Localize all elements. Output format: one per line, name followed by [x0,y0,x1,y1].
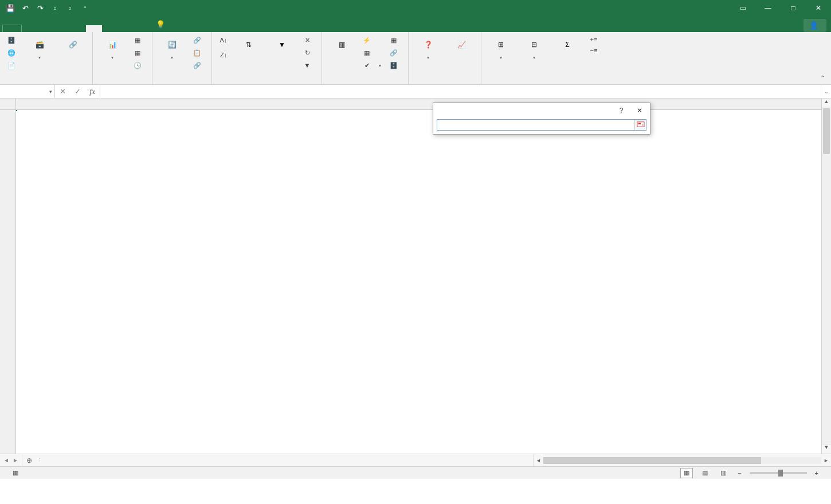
column-headers [16,99,821,110]
tell-me-search[interactable]: 💡 [150,17,174,32]
qat-customize-icon[interactable]: ⁼ [78,1,92,15]
show-queries-button[interactable]: ▦ [131,34,147,46]
edit-links-button[interactable]: 🔗 [190,60,207,71]
new-query-button[interactable]: 📊▾ [97,34,127,61]
sheet-first-icon[interactable]: ◄ [3,457,9,463]
tab-insert[interactable] [38,25,54,32]
from-table-button[interactable]: ▦ [131,47,147,58]
tab-home[interactable] [22,25,38,32]
expand-formula-bar-icon[interactable]: ⌄ [821,85,831,98]
properties-button[interactable]: 📋 [190,47,207,58]
show-detail-button[interactable]: +≡ [588,34,599,45]
zoom-in-icon[interactable]: + [813,470,821,477]
tab-data[interactable] [86,25,102,32]
scroll-down-icon[interactable]: ▼ [822,444,831,454]
web-icon: 🌐 [7,48,16,57]
vscroll-thumb[interactable] [823,108,830,154]
clear-button[interactable]: ✕ [300,34,317,46]
spreadsheet-grid: ▲ ▼ [0,99,831,454]
existing-connections-button[interactable]: 🔗 [58,34,88,56]
refresh-icon: 🔄 [163,36,181,54]
status-bar: ▦ ▦ ▤ ▥ − + [0,466,831,479]
tab-acrobat[interactable] [134,25,150,32]
text-to-columns-button[interactable]: ▥ [327,34,356,56]
tab-split-handle[interactable]: ⋮ [36,454,44,466]
reapply-button[interactable]: ↻ [300,47,317,58]
advanced-button[interactable]: ▼ [300,60,317,71]
collapse-ribbon-icon[interactable]: ⌃ [817,73,829,83]
share-button[interactable]: 👤 [803,19,826,32]
subtotal-button[interactable]: Σ [552,34,582,56]
cells-viewport[interactable] [16,110,821,454]
page-break-view-icon[interactable]: ▥ [717,468,730,478]
from-web-button[interactable]: 🌐 [5,47,21,58]
horizontal-scrollbar[interactable]: ◄ ► [533,454,831,466]
ungroup-button[interactable]: ⊟▾ [519,34,549,61]
normal-view-icon[interactable]: ▦ [680,468,693,478]
select-all-corner[interactable] [0,99,16,110]
zoom-out-icon[interactable]: − [735,470,743,477]
sort-button[interactable]: ⇅ [234,34,264,56]
minimize-icon[interactable]: — [755,0,781,16]
tab-file[interactable] [2,25,22,32]
ribbon-options-icon[interactable]: ▭ [730,0,755,16]
tab-view[interactable] [118,25,134,32]
maximize-icon[interactable]: □ [781,0,806,16]
connections-button[interactable]: 🔗 [190,34,207,46]
save-icon[interactable]: 💾 [3,1,17,15]
from-text-button[interactable]: 📄 [5,60,21,71]
tab-review[interactable] [102,25,118,32]
relationships-button[interactable]: 🔗 [387,47,403,58]
flash-fill-button[interactable]: ⚡ [360,34,383,46]
consolidate-button[interactable]: ▦ [387,34,403,46]
vertical-scrollbar[interactable]: ▲ ▼ [821,99,831,454]
dialog-help-icon[interactable]: ? [616,107,627,115]
sheet-last-icon[interactable]: ► [13,457,18,463]
cancel-formula-icon[interactable]: ✕ [55,87,70,96]
remove-duplicates-button[interactable]: ▦ [360,47,383,58]
tab-formulas[interactable] [70,25,86,32]
dialog-titlebar[interactable]: ? ✕ [433,103,650,118]
page-layout-view-icon[interactable]: ▤ [699,468,711,478]
redo-icon[interactable]: ↷ [33,1,47,15]
qat-btn-4[interactable]: ▫ [48,1,62,15]
qat-btn-5[interactable]: ▫ [63,1,77,15]
show-queries-icon: ▦ [133,36,142,45]
macro-record-icon[interactable]: ▦ [13,469,18,477]
formula-input[interactable] [100,85,821,98]
zoom-knob[interactable] [778,470,783,477]
manage-data-model-button[interactable]: 🗄️ [387,60,403,71]
recent-icon: 🕓 [133,61,142,70]
formula-bar: ▾ ✕ ✓ fx ⌄ [0,85,831,99]
add-sheet-button[interactable]: ⊕ [22,454,36,466]
group-button[interactable]: ⊞▾ [486,34,516,61]
data-validation-dialog[interactable]: ? ✕ [433,103,650,135]
scroll-left-icon[interactable]: ◄ [534,458,543,463]
filter-button[interactable]: ▼ [267,34,297,56]
scroll-up-icon[interactable]: ▲ [822,99,831,108]
dialog-close-icon[interactable]: ✕ [634,107,645,115]
dialog-expand-icon[interactable] [634,120,646,130]
refresh-all-button[interactable]: 🔄▾ [157,34,187,61]
zoom-slider[interactable] [750,472,807,474]
sort-az-button[interactable]: A↓ [217,34,230,46]
insert-function-icon[interactable]: fx [85,87,100,96]
hide-detail-button[interactable]: −≡ [588,45,599,56]
from-access-button[interactable]: 🗄️ [5,34,21,46]
data-validation-source-input[interactable] [437,120,634,130]
name-box-dropdown-icon[interactable]: ▾ [49,89,52,94]
tab-page-layout[interactable] [54,25,70,32]
share-icon: 👤 [809,21,818,30]
scroll-right-icon[interactable]: ► [821,458,831,463]
name-box[interactable]: ▾ [0,85,55,98]
enter-formula-icon[interactable]: ✓ [70,87,85,96]
sort-za-button[interactable]: Z↓ [217,49,230,61]
from-other-sources-button[interactable]: 🗃️▾ [25,34,54,61]
data-validation-button[interactable]: ✔▾ [360,60,383,71]
undo-icon[interactable]: ↶ [18,1,32,15]
close-icon[interactable]: ✕ [806,0,831,16]
recent-sources-button[interactable]: 🕓 [131,60,147,71]
whatif-button[interactable]: ❓▾ [413,34,443,61]
hscroll-thumb[interactable] [543,457,761,464]
forecast-sheet-button[interactable]: 📈 [446,34,476,56]
